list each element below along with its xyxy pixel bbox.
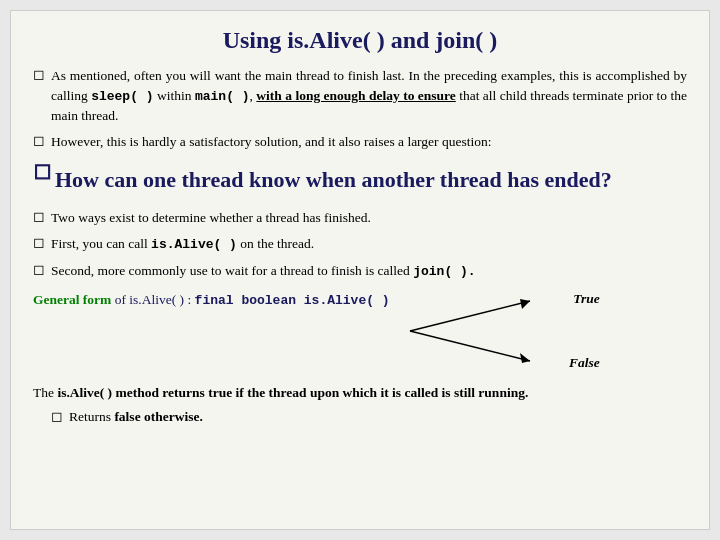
sub-bullet-3-text: Second, more commonly use to wait for a …: [51, 261, 687, 282]
big-question-text: How can one thread know when another thr…: [55, 166, 612, 195]
bottom-bullet: ◻ Returns false otherwise.: [51, 407, 687, 427]
big-question-marker: ◻: [33, 158, 55, 184]
svg-marker-1: [520, 299, 530, 309]
bullet-1-text: As mentioned, often you will want the ma…: [51, 66, 687, 126]
general-form-code: final boolean is.Alive( ): [195, 293, 390, 308]
sub-bullet-2-text: First, you can call is.Alive( ) on the t…: [51, 234, 687, 255]
slide-title: Using is.Alive( ) and join( ): [33, 27, 687, 54]
sub-bullet-3: ◻ Second, more commonly use to wait for …: [33, 261, 687, 282]
sub-bullet-2-marker: ◻: [33, 234, 51, 251]
arrow-svg: [400, 291, 590, 371]
svg-line-0: [410, 301, 530, 331]
bullet-2-marker: ◻: [33, 132, 51, 149]
sub-bullet-1-marker: ◻: [33, 208, 51, 225]
bottom-section: The is.Alive( ) method returns true if t…: [33, 383, 687, 426]
bottom-bold-text: is.Alive( ) method returns true if the t…: [57, 385, 528, 400]
bullet-2-text: However, this is hardly a satisfactory s…: [51, 132, 687, 152]
sub-bullet-3-marker: ◻: [33, 261, 51, 278]
emphasis-delay: with a long enough delay to ensure: [256, 88, 455, 103]
bottom-text: The is.Alive( ) method returns true if t…: [33, 383, 687, 403]
bullet-1-marker: ◻: [33, 66, 51, 83]
diagram-area: General form of is.Alive( ) : final bool…: [33, 291, 687, 371]
code-isalive: is.Alive( ): [151, 237, 237, 252]
false-otherwise: false otherwise.: [114, 409, 202, 424]
code-main: main( ): [195, 89, 250, 104]
general-form-text: General form of is.Alive( ) : final bool…: [33, 291, 390, 310]
bottom-bullet-marker: ◻: [51, 407, 69, 427]
svg-line-2: [410, 331, 530, 361]
sub-bullet-2: ◻ First, you can call is.Alive( ) on the…: [33, 234, 687, 255]
general-form-of: of is.Alive( ) :: [115, 292, 192, 307]
bullet-2: ◻ However, this is hardly a satisfactory…: [33, 132, 687, 152]
arrow-diagram: True False: [400, 291, 600, 371]
sub-bullet-1: ◻ Two ways exist to determine whether a …: [33, 208, 687, 228]
svg-marker-3: [520, 353, 530, 363]
bottom-bullet-text: Returns false otherwise.: [69, 407, 687, 427]
sub-bullet-1-text: Two ways exist to determine whether a th…: [51, 208, 687, 228]
big-question-container: ◻ How can one thread know when another t…: [33, 158, 687, 203]
code-join: join( ).: [413, 264, 475, 279]
general-form-label: General form: [33, 292, 111, 307]
slide: Using is.Alive( ) and join( ) ◻ As menti…: [10, 10, 710, 530]
bullet-1: ◻ As mentioned, often you will want the …: [33, 66, 687, 126]
code-sleep: sleep( ): [91, 89, 153, 104]
